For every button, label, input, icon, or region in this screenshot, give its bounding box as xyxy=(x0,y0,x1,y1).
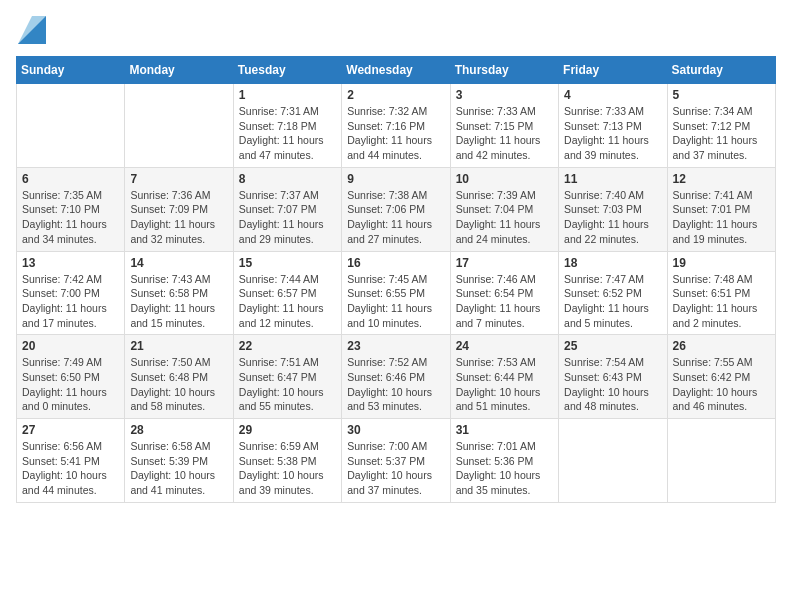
calendar-cell: 15Sunrise: 7:44 AM Sunset: 6:57 PM Dayli… xyxy=(233,251,341,335)
day-info: Sunrise: 7:41 AM Sunset: 7:01 PM Dayligh… xyxy=(673,188,770,247)
calendar-cell: 31Sunrise: 7:01 AM Sunset: 5:36 PM Dayli… xyxy=(450,419,558,503)
day-number: 31 xyxy=(456,423,553,437)
calendar-cell: 8Sunrise: 7:37 AM Sunset: 7:07 PM Daylig… xyxy=(233,167,341,251)
calendar-table: SundayMondayTuesdayWednesdayThursdayFrid… xyxy=(16,56,776,503)
day-info: Sunrise: 7:51 AM Sunset: 6:47 PM Dayligh… xyxy=(239,355,336,414)
calendar-cell xyxy=(559,419,667,503)
day-number: 4 xyxy=(564,88,661,102)
calendar-cell: 26Sunrise: 7:55 AM Sunset: 6:42 PM Dayli… xyxy=(667,335,775,419)
calendar-cell: 13Sunrise: 7:42 AM Sunset: 7:00 PM Dayli… xyxy=(17,251,125,335)
day-info: Sunrise: 7:33 AM Sunset: 7:15 PM Dayligh… xyxy=(456,104,553,163)
day-info: Sunrise: 7:38 AM Sunset: 7:06 PM Dayligh… xyxy=(347,188,444,247)
day-number: 8 xyxy=(239,172,336,186)
calendar-cell: 28Sunrise: 6:58 AM Sunset: 5:39 PM Dayli… xyxy=(125,419,233,503)
calendar-week-1: 1Sunrise: 7:31 AM Sunset: 7:18 PM Daylig… xyxy=(17,84,776,168)
day-info: Sunrise: 7:43 AM Sunset: 6:58 PM Dayligh… xyxy=(130,272,227,331)
day-info: Sunrise: 7:35 AM Sunset: 7:10 PM Dayligh… xyxy=(22,188,119,247)
day-number: 14 xyxy=(130,256,227,270)
day-info: Sunrise: 7:36 AM Sunset: 7:09 PM Dayligh… xyxy=(130,188,227,247)
calendar-cell: 19Sunrise: 7:48 AM Sunset: 6:51 PM Dayli… xyxy=(667,251,775,335)
day-info: Sunrise: 7:52 AM Sunset: 6:46 PM Dayligh… xyxy=(347,355,444,414)
day-number: 27 xyxy=(22,423,119,437)
calendar-cell: 3Sunrise: 7:33 AM Sunset: 7:15 PM Daylig… xyxy=(450,84,558,168)
day-info: Sunrise: 7:47 AM Sunset: 6:52 PM Dayligh… xyxy=(564,272,661,331)
calendar-cell: 7Sunrise: 7:36 AM Sunset: 7:09 PM Daylig… xyxy=(125,167,233,251)
calendar-header-tuesday: Tuesday xyxy=(233,57,341,84)
day-info: Sunrise: 7:34 AM Sunset: 7:12 PM Dayligh… xyxy=(673,104,770,163)
day-info: Sunrise: 6:58 AM Sunset: 5:39 PM Dayligh… xyxy=(130,439,227,498)
calendar-cell xyxy=(125,84,233,168)
day-info: Sunrise: 7:33 AM Sunset: 7:13 PM Dayligh… xyxy=(564,104,661,163)
day-number: 19 xyxy=(673,256,770,270)
calendar-cell: 9Sunrise: 7:38 AM Sunset: 7:06 PM Daylig… xyxy=(342,167,450,251)
calendar-cell: 12Sunrise: 7:41 AM Sunset: 7:01 PM Dayli… xyxy=(667,167,775,251)
day-number: 9 xyxy=(347,172,444,186)
day-number: 15 xyxy=(239,256,336,270)
calendar-header-saturday: Saturday xyxy=(667,57,775,84)
day-info: Sunrise: 7:50 AM Sunset: 6:48 PM Dayligh… xyxy=(130,355,227,414)
calendar-cell: 24Sunrise: 7:53 AM Sunset: 6:44 PM Dayli… xyxy=(450,335,558,419)
calendar-cell: 10Sunrise: 7:39 AM Sunset: 7:04 PM Dayli… xyxy=(450,167,558,251)
day-number: 25 xyxy=(564,339,661,353)
day-info: Sunrise: 6:59 AM Sunset: 5:38 PM Dayligh… xyxy=(239,439,336,498)
calendar-cell: 4Sunrise: 7:33 AM Sunset: 7:13 PM Daylig… xyxy=(559,84,667,168)
day-number: 10 xyxy=(456,172,553,186)
calendar-cell: 30Sunrise: 7:00 AM Sunset: 5:37 PM Dayli… xyxy=(342,419,450,503)
calendar-cell: 18Sunrise: 7:47 AM Sunset: 6:52 PM Dayli… xyxy=(559,251,667,335)
day-number: 1 xyxy=(239,88,336,102)
calendar-cell: 21Sunrise: 7:50 AM Sunset: 6:48 PM Dayli… xyxy=(125,335,233,419)
day-info: Sunrise: 7:49 AM Sunset: 6:50 PM Dayligh… xyxy=(22,355,119,414)
day-info: Sunrise: 7:39 AM Sunset: 7:04 PM Dayligh… xyxy=(456,188,553,247)
day-number: 23 xyxy=(347,339,444,353)
day-info: Sunrise: 7:53 AM Sunset: 6:44 PM Dayligh… xyxy=(456,355,553,414)
day-info: Sunrise: 7:55 AM Sunset: 6:42 PM Dayligh… xyxy=(673,355,770,414)
page-header xyxy=(16,16,776,44)
calendar-header-wednesday: Wednesday xyxy=(342,57,450,84)
day-info: Sunrise: 7:46 AM Sunset: 6:54 PM Dayligh… xyxy=(456,272,553,331)
calendar-cell: 14Sunrise: 7:43 AM Sunset: 6:58 PM Dayli… xyxy=(125,251,233,335)
calendar-cell: 25Sunrise: 7:54 AM Sunset: 6:43 PM Dayli… xyxy=(559,335,667,419)
calendar-week-3: 13Sunrise: 7:42 AM Sunset: 7:00 PM Dayli… xyxy=(17,251,776,335)
calendar-header-row: SundayMondayTuesdayWednesdayThursdayFrid… xyxy=(17,57,776,84)
calendar-cell: 17Sunrise: 7:46 AM Sunset: 6:54 PM Dayli… xyxy=(450,251,558,335)
calendar-week-5: 27Sunrise: 6:56 AM Sunset: 5:41 PM Dayli… xyxy=(17,419,776,503)
day-number: 29 xyxy=(239,423,336,437)
calendar-header-sunday: Sunday xyxy=(17,57,125,84)
calendar-cell: 16Sunrise: 7:45 AM Sunset: 6:55 PM Dayli… xyxy=(342,251,450,335)
day-number: 24 xyxy=(456,339,553,353)
calendar-cell: 23Sunrise: 7:52 AM Sunset: 6:46 PM Dayli… xyxy=(342,335,450,419)
calendar-cell: 29Sunrise: 6:59 AM Sunset: 5:38 PM Dayli… xyxy=(233,419,341,503)
calendar-cell: 27Sunrise: 6:56 AM Sunset: 5:41 PM Dayli… xyxy=(17,419,125,503)
day-number: 22 xyxy=(239,339,336,353)
day-info: Sunrise: 7:45 AM Sunset: 6:55 PM Dayligh… xyxy=(347,272,444,331)
calendar-cell: 6Sunrise: 7:35 AM Sunset: 7:10 PM Daylig… xyxy=(17,167,125,251)
day-info: Sunrise: 7:31 AM Sunset: 7:18 PM Dayligh… xyxy=(239,104,336,163)
day-number: 28 xyxy=(130,423,227,437)
day-number: 11 xyxy=(564,172,661,186)
calendar-header-friday: Friday xyxy=(559,57,667,84)
day-number: 3 xyxy=(456,88,553,102)
calendar-cell: 5Sunrise: 7:34 AM Sunset: 7:12 PM Daylig… xyxy=(667,84,775,168)
day-number: 7 xyxy=(130,172,227,186)
day-number: 2 xyxy=(347,88,444,102)
day-number: 21 xyxy=(130,339,227,353)
day-number: 26 xyxy=(673,339,770,353)
day-number: 30 xyxy=(347,423,444,437)
day-number: 16 xyxy=(347,256,444,270)
day-info: Sunrise: 7:32 AM Sunset: 7:16 PM Dayligh… xyxy=(347,104,444,163)
day-info: Sunrise: 7:37 AM Sunset: 7:07 PM Dayligh… xyxy=(239,188,336,247)
calendar-cell: 1Sunrise: 7:31 AM Sunset: 7:18 PM Daylig… xyxy=(233,84,341,168)
calendar-header-thursday: Thursday xyxy=(450,57,558,84)
logo xyxy=(16,16,46,44)
day-info: Sunrise: 7:40 AM Sunset: 7:03 PM Dayligh… xyxy=(564,188,661,247)
day-number: 18 xyxy=(564,256,661,270)
calendar-cell: 2Sunrise: 7:32 AM Sunset: 7:16 PM Daylig… xyxy=(342,84,450,168)
calendar-header-monday: Monday xyxy=(125,57,233,84)
day-info: Sunrise: 7:42 AM Sunset: 7:00 PM Dayligh… xyxy=(22,272,119,331)
day-number: 6 xyxy=(22,172,119,186)
day-info: Sunrise: 7:48 AM Sunset: 6:51 PM Dayligh… xyxy=(673,272,770,331)
day-info: Sunrise: 7:00 AM Sunset: 5:37 PM Dayligh… xyxy=(347,439,444,498)
calendar-week-2: 6Sunrise: 7:35 AM Sunset: 7:10 PM Daylig… xyxy=(17,167,776,251)
day-info: Sunrise: 7:01 AM Sunset: 5:36 PM Dayligh… xyxy=(456,439,553,498)
calendar-cell xyxy=(17,84,125,168)
